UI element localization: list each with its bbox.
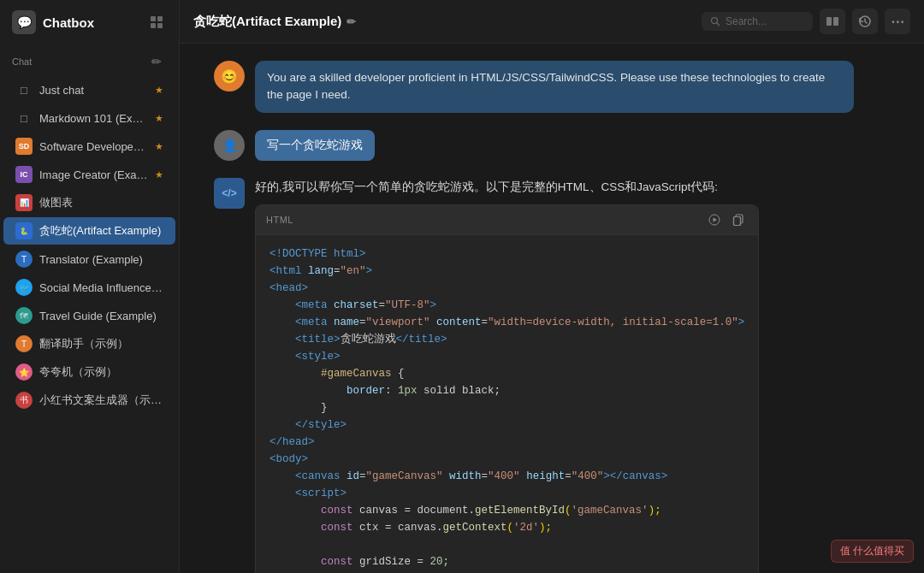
search-icon: [710, 16, 720, 27]
topbar-title: 贪吃蛇(Artifact Example) ✏: [193, 14, 693, 30]
translator-icon: T: [15, 251, 33, 268]
code-line: }: [270, 399, 744, 416]
user-avatar: 😊: [214, 61, 245, 92]
svg-rect-2: [151, 23, 156, 28]
code-line: <head>: [270, 280, 744, 297]
sidebar-item-software-dev[interactable]: SD Software Developer (E... ★: [3, 133, 175, 160]
praise-icon: ⭐: [15, 363, 33, 381]
snake-icon: 🐍: [15, 222, 33, 239]
sidebar-item-label: 翻译助手（示例）: [39, 336, 163, 351]
sidebar-item-praise[interactable]: ⭐ 夸夸机（示例）: [3, 358, 175, 386]
code-line: border: 1px solid black;: [270, 382, 744, 399]
code-line: <meta charset="UTF-8">: [270, 297, 744, 314]
svg-rect-7: [833, 17, 838, 26]
code-block-header: HTML: [256, 205, 758, 235]
sidebar-item-label: Social Media Influencer (Ex...: [39, 281, 163, 294]
chat-area: 😊 You are a skilled developer proficient…: [180, 44, 924, 573]
search-input[interactable]: [726, 15, 803, 27]
message-bubble-2: 写一个贪吃蛇游戏: [255, 130, 375, 161]
sidebar-item-label: 贪吃蛇(Artifact Example): [39, 223, 163, 239]
sidebar-item-label: 做图表: [39, 195, 163, 210]
sidebar-item-label: 小红书文案生成器（示例）: [39, 393, 163, 408]
star-icon: ★: [155, 169, 163, 180]
topbar-actions: ⋯: [702, 9, 910, 34]
xiaohongshu-icon: 书: [15, 392, 33, 409]
star-icon: ★: [155, 85, 163, 96]
code-line: <title>贪吃蛇游戏</title>: [270, 331, 744, 348]
sidebar-header: 💬 Chatbox: [0, 0, 179, 44]
sidebar-item-translate-helper[interactable]: T 翻译助手（示例）: [3, 330, 175, 357]
run-code-button[interactable]: [705, 210, 724, 229]
message-row-1: 😊 You are a skilled developer proficient…: [214, 61, 890, 113]
columns-icon: [826, 15, 839, 28]
star-icon: ★: [155, 113, 163, 124]
code-line: <style>: [270, 348, 744, 365]
svg-marker-10: [714, 218, 718, 222]
message-bubble-1: You are a skilled developer proficient i…: [255, 61, 854, 113]
code-line: </head>: [270, 434, 744, 451]
code-line: </style>: [270, 416, 744, 434]
more-options-button[interactable]: ⋯: [885, 9, 910, 34]
code-block: HTML: [255, 204, 759, 573]
translate-helper-icon: T: [15, 335, 33, 352]
search-box[interactable]: [702, 12, 813, 31]
assistant-avatar: </>: [214, 178, 245, 209]
software-dev-icon: SD: [15, 138, 33, 155]
sidebar-item-charts[interactable]: 📊 做图表: [3, 189, 175, 216]
sidebar: 💬 Chatbox Chat ✏ □ Just chat ★ □ Markdow…: [0, 0, 180, 573]
sidebar-item-just-chat[interactable]: □ Just chat ★: [3, 76, 175, 103]
sidebar-item-label: Travel Guide (Example): [39, 310, 163, 322]
chat-icon: □: [15, 109, 33, 127]
code-line: <body>: [270, 451, 744, 468]
code-line: #gameCanvas {: [270, 365, 744, 382]
star-icon: ★: [155, 141, 163, 152]
code-line: const ctx = canvas.getContext('2d');: [270, 519, 744, 536]
layout-icon: [150, 15, 163, 29]
svg-rect-12: [734, 217, 741, 226]
code-content: <!DOCTYPE html> <html lang="en"> <head> …: [256, 235, 758, 573]
sidebar-items-list: □ Just chat ★ □ Markdown 101 (Exam... ★ …: [0, 75, 179, 573]
sidebar-item-snake[interactable]: 🐍 贪吃蛇(Artifact Example): [3, 217, 175, 245]
code-line: <meta name="viewport" content="width=dev…: [270, 314, 744, 331]
chat-section-label: Chat ✏: [0, 44, 179, 75]
layout-icon-button[interactable]: [146, 12, 167, 32]
code-line: <canvas id="gameCanvas" width="400" heig…: [270, 468, 744, 485]
code-line: const canvas = document.getElementById('…: [270, 502, 744, 519]
svg-rect-3: [157, 23, 163, 28]
assistant-pre-text: 好的,我可以帮你写一个简单的贪吃蛇游戏。以下是完整的HTML、CSS和JavaS…: [255, 178, 759, 197]
new-chat-button[interactable]: ✏: [146, 51, 167, 72]
sidebar-item-travel[interactable]: 🗺 Travel Guide (Example): [3, 302, 175, 329]
history-button[interactable]: [852, 9, 878, 34]
sidebar-item-image-creator[interactable]: IC Image Creator (Examp... ★: [3, 161, 175, 188]
edit-title-icon[interactable]: ✏: [346, 15, 356, 28]
sidebar-item-translator[interactable]: T Translator (Example): [3, 245, 175, 273]
app-logo: 💬: [12, 10, 36, 34]
social-icon: 🐦: [15, 279, 33, 296]
svg-line-5: [717, 23, 720, 27]
copy-code-button[interactable]: [729, 210, 748, 229]
code-line: <html lang="en">: [270, 263, 744, 280]
run-icon: [708, 214, 720, 226]
charts-icon: 📊: [15, 194, 33, 211]
svg-rect-0: [151, 16, 156, 21]
image-creator-icon: IC: [15, 166, 33, 183]
topbar: 贪吃蛇(Artifact Example) ✏: [180, 0, 924, 44]
layout-toggle-button[interactable]: [820, 9, 845, 34]
sidebar-item-label: Software Developer (E...: [39, 140, 148, 153]
user-text-bubble: 写一个贪吃蛇游戏: [255, 130, 375, 161]
sidebar-item-social[interactable]: 🐦 Social Media Influencer (Ex...: [3, 274, 175, 301]
sidebar-item-xiaohongshu[interactable]: 书 小红书文案生成器（示例）: [3, 387, 175, 414]
code-lang-label: HTML: [266, 213, 293, 227]
message-bubble-3: 好的,我可以帮你写一个简单的贪吃蛇游戏。以下是完整的HTML、CSS和JavaS…: [255, 178, 759, 573]
sidebar-item-markdown[interactable]: □ Markdown 101 (Exam... ★: [3, 104, 175, 132]
chat-icon: □: [15, 81, 33, 98]
copy-icon: [732, 214, 744, 226]
svg-rect-1: [157, 16, 163, 21]
sidebar-item-label: 夸夸机（示例）: [39, 364, 163, 380]
code-line: <script>: [270, 485, 744, 502]
code-line: [270, 536, 744, 553]
sidebar-item-label: Markdown 101 (Exam...: [39, 112, 148, 125]
app-title: Chatbox: [43, 15, 139, 30]
user-avatar-2: 👤: [214, 130, 245, 161]
travel-icon: 🗺: [15, 307, 33, 324]
